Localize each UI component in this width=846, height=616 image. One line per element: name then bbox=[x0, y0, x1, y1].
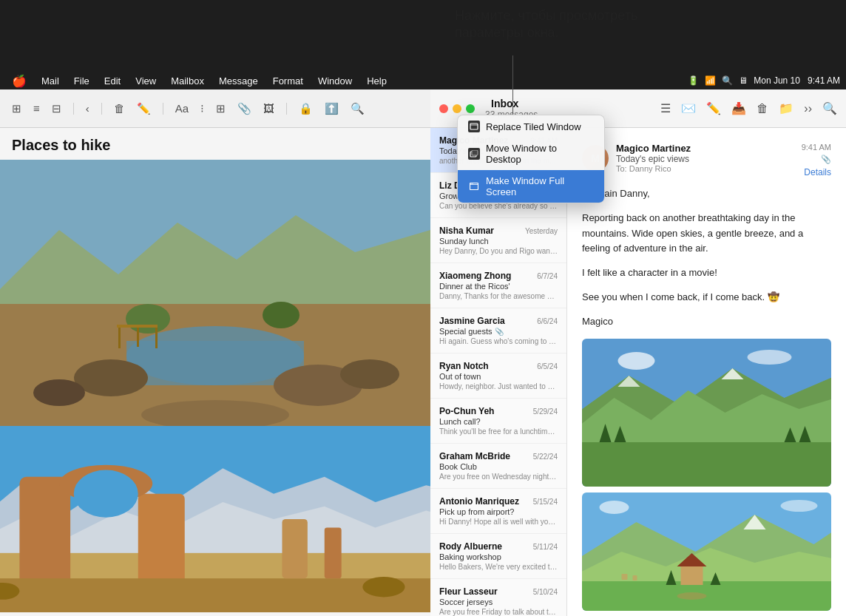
left-panel: ⊞ ≡ ⊟ ‹ 🗑 ✏️ Aa ⁝ ⊞ 📎 🖼 🔒 ⬆️ 🔍 Places to… bbox=[0, 89, 430, 616]
svg-rect-50 bbox=[622, 574, 628, 580]
mail-sender-info: Magico Martinez Today's epic views To: D… bbox=[616, 143, 691, 173]
list-view-icon[interactable]: ≡ bbox=[30, 99, 43, 118]
photo-mountain-stream bbox=[0, 160, 430, 426]
menubar-right: 🔋 📶 🔍 🖥 Mon Jun 10 9:41 AM bbox=[688, 75, 840, 86]
menu-mailbox[interactable]: Mailbox bbox=[165, 74, 210, 88]
svg-rect-14 bbox=[117, 325, 158, 328]
svg-point-5 bbox=[74, 359, 148, 396]
filter-icon[interactable]: ☰ bbox=[660, 101, 671, 115]
move-mail-icon[interactable]: 📁 bbox=[779, 101, 793, 115]
close-button[interactable] bbox=[439, 104, 448, 113]
mail-detail-header: M Magico Martinez Today's epic views To:… bbox=[582, 143, 831, 177]
mail-item-preview: Danny, Thanks for the awesome evening! I… bbox=[439, 292, 558, 300]
table-icon[interactable]: ⊞ bbox=[213, 99, 229, 118]
fullscreen-window-icon bbox=[468, 180, 480, 192]
mail-item-preview: Are you free on Wednesday night? Can't w… bbox=[439, 473, 558, 481]
photo-icon[interactable]: 🖼 bbox=[260, 99, 277, 118]
mail-item-date: Yesterday bbox=[525, 227, 558, 235]
mail-item-subject: Soccer jerseys bbox=[439, 598, 558, 606]
mail-body-paragraph1: Reporting back on another breathtaking d… bbox=[582, 211, 831, 257]
mail-item-sender: Po-Chun Yeh bbox=[439, 406, 494, 416]
svg-rect-13 bbox=[155, 326, 158, 348]
details-link[interactable]: Details bbox=[804, 167, 831, 177]
back-icon[interactable]: ‹ bbox=[83, 99, 92, 118]
compose-mail-icon[interactable]: ✉️ bbox=[681, 101, 696, 115]
menu-message[interactable]: Message bbox=[213, 74, 264, 88]
mail-item-subject: Lunch call? bbox=[439, 417, 558, 426]
menu-window[interactable]: Window bbox=[312, 74, 358, 88]
page-title: Places to hike bbox=[0, 128, 430, 160]
menu-help[interactable]: Help bbox=[361, 74, 393, 88]
datetime: Mon Jun 10 9:41 AM bbox=[754, 75, 840, 86]
menu-file[interactable]: File bbox=[68, 74, 95, 88]
lock-icon[interactable]: 🔒 bbox=[296, 99, 316, 118]
mail-item-subject: Baking workshop bbox=[439, 552, 558, 561]
svg-point-53 bbox=[600, 501, 629, 514]
mail-item-sender: Ryan Notch bbox=[439, 361, 489, 371]
trash-icon[interactable]: 🗑 bbox=[111, 99, 128, 118]
context-menu-label-fullscreen: Make Window Full Screen bbox=[486, 175, 594, 197]
toolbar-separator bbox=[73, 103, 74, 115]
svg-rect-11 bbox=[118, 326, 121, 348]
mail-item-sender: Fleur Lasseur bbox=[439, 586, 498, 597]
tooltip-line1: Нажмите, чтобы просмотреть bbox=[455, 8, 637, 23]
mail-inline-photo-1 bbox=[582, 339, 831, 487]
context-menu-item-replace[interactable]: Replace Tiled Window bbox=[458, 115, 604, 138]
mail-list-item[interactable]: Ryan Notch 6/5/24 Out of town Howdy, nei… bbox=[430, 353, 566, 399]
mail-item-preview: Hi again. Guess who's coming to town wit… bbox=[439, 337, 558, 345]
mail-item-subject: Pick up from airport? bbox=[439, 507, 558, 516]
mail-list-item[interactable]: Jasmine Garcia 6/6/24 Special guests 📎 H… bbox=[430, 308, 566, 353]
mail-item-sender: Jasmine Garcia bbox=[439, 316, 505, 326]
share-icon[interactable]: ⬆️ bbox=[322, 99, 342, 118]
left-panel-content: Places to hike bbox=[0, 128, 430, 616]
minimize-button[interactable] bbox=[453, 104, 461, 113]
maximize-button[interactable] bbox=[466, 104, 475, 113]
apple-menu[interactable]: 🍎 bbox=[6, 72, 33, 89]
archive-icon[interactable]: 📥 bbox=[731, 101, 746, 115]
search-icon-left[interactable]: 🔍 bbox=[348, 99, 368, 118]
attach-icon[interactable]: 📎 bbox=[234, 99, 254, 118]
tooltip-line2: параметры окна. bbox=[455, 25, 559, 40]
mail-list-item[interactable]: Xiaomeng Zhong 6/7/24 Dinner at the Rico… bbox=[430, 263, 566, 308]
svg-point-40 bbox=[748, 350, 792, 365]
mail-body-paragraph3: See you when I come back, if I come back… bbox=[582, 290, 831, 305]
mail-list-item[interactable]: Graham McBride 5/22/24 Book Club Are you… bbox=[430, 444, 566, 489]
context-menu-item-move[interactable]: Move Window to Desktop bbox=[458, 138, 604, 170]
svg-point-62 bbox=[473, 183, 473, 184]
menubar-left: 🍎 Mail File Edit View Mailbox Message Fo… bbox=[6, 72, 393, 89]
context-menu-label-move: Move Window to Desktop bbox=[486, 143, 594, 165]
svg-point-8 bbox=[340, 359, 399, 389]
search-icon-menu[interactable]: 🔍 bbox=[722, 75, 733, 86]
mail-list-item[interactable]: Rody Albuerne 5/11/24 Baking workshop He… bbox=[430, 534, 566, 579]
mail-item-date: 6/5/24 bbox=[537, 362, 558, 370]
more-actions-icon[interactable]: ›› bbox=[804, 102, 812, 115]
mail-detail-meta: 9:41 AM 📎 Details bbox=[802, 143, 831, 177]
text-icon[interactable]: Aa bbox=[172, 99, 192, 118]
svg-rect-28 bbox=[325, 527, 342, 578]
toolbar-separator-2 bbox=[101, 103, 102, 115]
mail-list-item[interactable]: Nisha Kumar Yesterday Sunday lunch Hey D… bbox=[430, 218, 566, 263]
grid-view-icon[interactable]: ⊟ bbox=[49, 99, 64, 118]
menu-view[interactable]: View bbox=[129, 74, 162, 88]
battery-icon: 🔋 bbox=[688, 75, 699, 86]
new-mail-icon[interactable]: ✏️ bbox=[706, 101, 721, 115]
delete-mail-icon[interactable]: 🗑 bbox=[757, 102, 768, 115]
menu-edit[interactable]: Edit bbox=[98, 74, 126, 88]
sidebar-toggle-icon[interactable]: ⊞ bbox=[9, 99, 24, 118]
menu-mail[interactable]: Mail bbox=[35, 74, 65, 88]
mail-item-preview: Think you'll be free for a lunchtime cha… bbox=[439, 427, 558, 436]
mail-item-date: 5/22/24 bbox=[533, 453, 558, 461]
mail-item-subject: Book Club bbox=[439, 462, 558, 471]
svg-point-39 bbox=[618, 352, 655, 370]
mail-toolbar-right: ☰ ✉️ ✏️ 📥 🗑 📁 ›› 🔍 bbox=[660, 101, 837, 115]
menu-format[interactable]: Format bbox=[267, 74, 309, 88]
svg-point-9 bbox=[126, 304, 170, 334]
search-mail-icon[interactable]: 🔍 bbox=[822, 101, 837, 115]
mail-list-item[interactable]: Antonio Manriquez 5/15/24 Pick up from a… bbox=[430, 489, 566, 534]
mail-list-item[interactable]: Po-Chun Yeh 5/29/24 Lunch call? Think yo… bbox=[430, 399, 566, 444]
context-menu-item-fullscreen[interactable]: Make Window Full Screen bbox=[458, 170, 604, 203]
bullets-icon[interactable]: ⁝ bbox=[197, 99, 207, 118]
compose-icon[interactable]: ✏️ bbox=[134, 99, 154, 118]
mail-list-item[interactable]: Fleur Lasseur 5/10/24 Soccer jerseys Are… bbox=[430, 579, 566, 616]
svg-point-49 bbox=[677, 592, 707, 600]
